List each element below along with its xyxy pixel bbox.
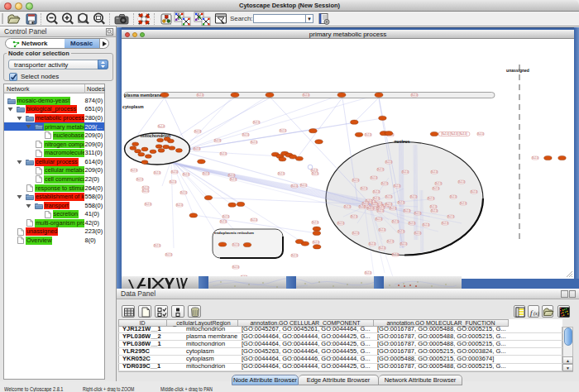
svg-text:(S=1.0): (S=1.0)	[253, 121, 261, 124]
svg-text:(S=1.0): (S=1.0)	[398, 201, 405, 204]
svg-text:(S=1.0): (S=1.0)	[220, 220, 227, 223]
svg-text:(S=1.0): (S=1.0)	[223, 215, 230, 218]
svg-text:(S=1.0): (S=1.0)	[373, 190, 380, 194]
svg-text:(S=1.0): (S=1.0)	[394, 184, 401, 188]
svg-text:(S=1.0): (S=1.0)	[300, 184, 308, 187]
svg-text:(S=1.0): (S=1.0)	[369, 242, 376, 246]
svg-text:(S=1.0): (S=1.0)	[392, 253, 400, 256]
svg-text:(S=1.0): (S=1.0)	[311, 169, 318, 172]
svg-text:(S=1.0): (S=1.0)	[379, 228, 386, 232]
svg-text:(S=1.0): (S=1.0)	[450, 195, 457, 198]
svg-text:(S=1.0): (S=1.0)	[385, 203, 393, 206]
svg-text:(S=1.0): (S=1.0)	[385, 160, 393, 164]
svg-text:(S=1.0): (S=1.0)	[376, 218, 383, 221]
svg-text:(S=1.0): (S=1.0)	[362, 202, 370, 205]
svg-text:(S=1.0): (S=1.0)	[458, 180, 466, 184]
svg-text:(S=1.0): (S=1.0)	[410, 195, 418, 198]
svg-text:(S=1.0): (S=1.0)	[398, 230, 405, 233]
svg-text:(S=1.0): (S=1.0)	[291, 254, 299, 257]
svg-text:(S=1.0): (S=1.0)	[423, 223, 430, 227]
svg-text:(S=1.0): (S=1.0)	[411, 93, 419, 97]
svg-text:(S=1.0): (S=1.0)	[136, 178, 144, 181]
svg-text:(S=1.0): (S=1.0)	[371, 203, 379, 206]
svg-text:plasma membrane: plasma membrane	[124, 93, 162, 98]
svg-text:(S=1.0): (S=1.0)	[351, 215, 358, 218]
svg-text:(S=1.0): (S=1.0)	[381, 182, 389, 185]
svg-text:(S=1.0): (S=1.0)	[154, 171, 161, 174]
svg-text:endoplasmic reticulum: endoplasmic reticulum	[214, 231, 254, 235]
svg-text:(S=1.0): (S=1.0)	[352, 232, 360, 235]
svg-text:(S=1.0): (S=1.0)	[447, 215, 455, 218]
svg-text:(S=1.0): (S=1.0)	[361, 187, 368, 190]
svg-text:(S=1.0): (S=1.0)	[154, 244, 161, 247]
svg-text:(S=1.0): (S=1.0)	[170, 180, 177, 184]
svg-text:(S=1.0): (S=1.0)	[131, 169, 138, 172]
svg-text:(S=1.0): (S=1.0)	[303, 93, 310, 97]
svg-text:(S=1.0): (S=1.0)	[312, 221, 319, 224]
svg-text:(S=1.0): (S=1.0)	[142, 186, 150, 189]
svg-text:(S=1.0): (S=1.0)	[278, 172, 285, 175]
svg-text:(S=1.0): (S=1.0)	[392, 220, 400, 223]
svg-text:(S=1.0): (S=1.0)	[433, 187, 440, 190]
svg-text:(S=1.0): (S=1.0)	[477, 132, 485, 136]
svg-text:(S=1.0): (S=1.0)	[180, 191, 188, 194]
svg-text:(S=1.0): (S=1.0)	[232, 265, 240, 269]
svg-text:(S=1.0): (S=1.0)	[371, 176, 378, 179]
svg-text:(S=1.0): (S=1.0)	[230, 178, 237, 181]
svg-text:(S=1.0): (S=1.0)	[431, 209, 438, 213]
svg-text:(x): (x)	[534, 311, 539, 317]
svg-text:(S=1.0): (S=1.0)	[280, 129, 287, 132]
svg-text:(S=1.0): (S=1.0)	[400, 242, 408, 246]
svg-text:(S=1.0): (S=1.0)	[414, 232, 422, 235]
svg-text:(S=1.0): (S=1.0)	[251, 218, 258, 222]
svg-text:(S=1.0): (S=1.0)	[532, 156, 539, 160]
svg-text:(S=1.0): (S=1.0)	[367, 207, 375, 210]
svg-text:(S=1.0): (S=1.0)	[460, 202, 467, 205]
svg-text:(S=1.0): (S=1.0)	[176, 203, 184, 207]
svg-text:(S=1.0): (S=1.0)	[365, 133, 372, 136]
svg-text:(S=1.0): (S=1.0)	[344, 205, 352, 208]
svg-text:(S=1.0): (S=1.0)	[220, 152, 227, 155]
svg-text:(S=1.0): (S=1.0)	[390, 207, 397, 210]
svg-text:(S=1.0): (S=1.0)	[291, 184, 299, 188]
svg-text:(S=1.0): (S=1.0)	[471, 190, 478, 194]
svg-text:(S=1.0): (S=1.0)	[194, 147, 201, 151]
svg-text:(S=1.0): (S=1.0)	[430, 205, 438, 208]
svg-text:(S=1.0): (S=1.0)	[402, 170, 409, 174]
svg-text:nucleus: nucleus	[395, 139, 410, 144]
svg-text:(S=1.0): (S=1.0)	[385, 195, 393, 198]
svg-text:(S=1.0): (S=1.0)	[313, 241, 320, 244]
svg-text:(S=1.0): (S=1.0)	[365, 271, 372, 275]
svg-text:(S=1.0): (S=1.0)	[145, 203, 152, 206]
svg-text:(S=1.0): (S=1.0)	[404, 209, 411, 213]
svg-text:(S=1.0): (S=1.0)	[377, 168, 385, 171]
svg-text:(S=1.0): (S=1.0)	[373, 197, 380, 200]
svg-text:(S=1.0): (S=1.0)	[251, 141, 258, 144]
svg-text:(S=1.0): (S=1.0)	[203, 172, 210, 175]
svg-text:(S=1.0): (S=1.0)	[337, 222, 345, 225]
svg-text:unassigned: unassigned	[506, 68, 529, 73]
svg-text:(S=1.0): (S=1.0)	[379, 246, 386, 250]
svg-text:(S=1.0) (S=1.0) (S=1.0): (S=1.0) (S=1.0) (S=1.0)	[441, 132, 467, 136]
svg-text:(S=1.0): (S=1.0)	[228, 174, 236, 177]
svg-text:(S=1.0): (S=1.0)	[232, 243, 240, 246]
svg-text:(S=1.0): (S=1.0)	[312, 172, 319, 175]
svg-text:(S=1.0): (S=1.0)	[428, 197, 435, 200]
svg-text:(S=1.0): (S=1.0)	[442, 222, 449, 225]
svg-text:(S=1.0): (S=1.0)	[171, 170, 179, 174]
svg-text:(S=1.0): (S=1.0)	[214, 139, 222, 142]
svg-text:(S=1.0): (S=1.0)	[165, 253, 173, 256]
svg-text:(S=1.0): (S=1.0)	[242, 133, 250, 136]
svg-text:(S=1.0): (S=1.0)	[352, 179, 360, 182]
svg-text:(S=1.0): (S=1.0)	[378, 206, 385, 209]
svg-text:(S=1.0): (S=1.0)	[414, 212, 422, 215]
svg-text:(S=1.0): (S=1.0)	[431, 170, 438, 174]
svg-text:(S=1.0): (S=1.0)	[409, 222, 416, 225]
svg-text:(S=1.0): (S=1.0)	[377, 209, 385, 213]
svg-text:(S=1.0): (S=1.0)	[197, 93, 204, 97]
svg-text:(S=1.0): (S=1.0)	[194, 130, 202, 133]
svg-text:(S=1.0): (S=1.0)	[158, 125, 165, 128]
svg-text:(S=1.0): (S=1.0)	[387, 240, 395, 243]
svg-text:(S=1.0): (S=1.0)	[183, 173, 190, 176]
svg-text:(S=1.0): (S=1.0)	[435, 182, 443, 185]
